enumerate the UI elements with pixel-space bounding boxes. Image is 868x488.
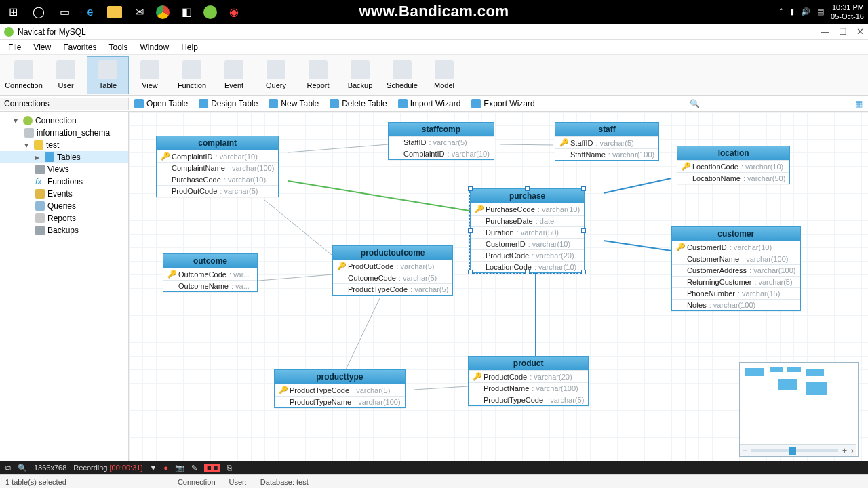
- entity-complaint[interactable]: complaint🔑ComplaintID : varchar(10)Compl…: [156, 136, 279, 197]
- subtoolbar-delete-table[interactable]: Delete Table: [324, 98, 393, 110]
- rec-pencil-icon[interactable]: ✎: [191, 464, 197, 472]
- toolbar-connection[interactable]: Connection: [3, 56, 45, 94]
- field-row[interactable]: PurchaseDate : date: [471, 215, 584, 226]
- entity-staffcomp[interactable]: staffcompStaffID : varchar(5)ComplaintID…: [388, 122, 494, 160]
- tree-test-db[interactable]: ▾test: [0, 139, 128, 151]
- tree-events[interactable]: Events: [0, 188, 128, 200]
- zoom-scroll-icon[interactable]: ›: [851, 446, 854, 455]
- field-row[interactable]: CustomerID : varchar(10): [471, 238, 584, 249]
- menu-file[interactable]: File: [3, 41, 26, 54]
- resize-handle[interactable]: [468, 270, 473, 274]
- field-row[interactable]: StaffName : varchar(100): [555, 148, 658, 160]
- field-row[interactable]: ComplaintName : varchar(100): [157, 162, 278, 174]
- field-row[interactable]: ProductTypeCode : varchar(5): [333, 283, 452, 295]
- toolbar-view[interactable]: View: [129, 56, 171, 94]
- zoom-out-button[interactable]: −: [743, 446, 747, 455]
- search-icon[interactable]: 🔍: [684, 98, 705, 110]
- subtoolbar-new-table[interactable]: New Table: [263, 98, 324, 110]
- tree-backups[interactable]: Backups: [0, 224, 128, 237]
- field-row[interactable]: OutcomeName : va...: [163, 280, 257, 291]
- system-tray[interactable]: ˄ ▮ 🔊 ▤ 10:31 PM 05-Oct-16: [779, 3, 864, 20]
- field-row[interactable]: 🔑ProductTypeCode : varchar(5): [275, 384, 405, 396]
- field-row[interactable]: ComplaintID : varchar(10): [389, 148, 494, 159]
- entity-producttype[interactable]: producttype🔑ProductTypeCode : varchar(5)…: [274, 369, 406, 408]
- entity-purchase[interactable]: purchase🔑PurchaseCode : varchar(10)Purch…: [470, 188, 585, 273]
- cortana-icon[interactable]: ◯: [30, 3, 47, 21]
- toolbar-event[interactable]: Event: [213, 56, 255, 94]
- field-row[interactable]: ProductName : varchar(100): [469, 382, 588, 394]
- edge-icon[interactable]: e: [81, 3, 99, 21]
- resize-handle[interactable]: [525, 186, 530, 191]
- entity-product[interactable]: product🔑ProductCode : varchar(20)Product…: [468, 356, 589, 406]
- app-icon[interactable]: ✉: [130, 3, 148, 21]
- field-row[interactable]: 🔑CustomerID : varchar(10): [672, 241, 800, 253]
- tree-functions[interactable]: fxFunctions: [0, 176, 128, 188]
- explorer-icon[interactable]: [107, 6, 122, 18]
- tree-views[interactable]: Views: [0, 163, 128, 176]
- tree-reports[interactable]: Reports: [0, 212, 128, 224]
- menu-favorites[interactable]: Favorites: [58, 41, 102, 54]
- field-row[interactable]: 🔑ProductCode : varchar(20): [469, 370, 588, 382]
- field-row[interactable]: 🔑PurchaseCode : varchar(10): [471, 203, 584, 215]
- view-toggle-icon[interactable]: ▦: [850, 98, 868, 110]
- toolbar-schedule[interactable]: Schedule: [381, 56, 423, 94]
- rec-overlay-icon[interactable]: ⎘: [227, 464, 232, 472]
- rec-stop-button[interactable]: ■ ■: [204, 464, 220, 472]
- menu-view[interactable]: View: [28, 41, 56, 54]
- entity-customer[interactable]: customer🔑CustomerID : varchar(10)Custome…: [671, 226, 801, 311]
- toolbar-backup[interactable]: Backup: [339, 56, 381, 94]
- volume-icon[interactable]: 🔊: [801, 7, 810, 16]
- zoom-bar[interactable]: − + ›: [740, 444, 856, 456]
- minimap[interactable]: − + ›: [739, 362, 859, 457]
- tree-connection[interactable]: ▾Connection: [0, 115, 128, 127]
- field-row[interactable]: 🔑StaffID : varchar(5): [555, 136, 658, 148]
- clock[interactable]: 10:31 PM 05-Oct-16: [831, 3, 864, 20]
- rec-capture-icon[interactable]: ⧉: [5, 464, 11, 472]
- field-row[interactable]: PhoneNumber : varchar(15): [672, 287, 800, 299]
- resize-handle[interactable]: [581, 270, 586, 274]
- tree-information-schema[interactable]: information_schema: [0, 127, 128, 139]
- field-row[interactable]: Notes : varchar(100): [672, 299, 800, 310]
- field-row[interactable]: OutcomeCode : varchar(5): [333, 272, 452, 283]
- menu-tools[interactable]: Tools: [104, 41, 134, 54]
- subtoolbar-design-table[interactable]: Design Table: [193, 98, 263, 110]
- rec-dropdown-icon[interactable]: ▼: [149, 464, 157, 472]
- toolbar-user[interactable]: User: [45, 56, 87, 94]
- start-icon[interactable]: ⊞: [4, 3, 22, 21]
- notifications-icon[interactable]: ▤: [817, 7, 824, 16]
- field-row[interactable]: CustomerAddress : varchar(100): [672, 264, 800, 276]
- entity-outcome[interactable]: outcome🔑OutcomeCode : var...OutcomeName …: [163, 253, 258, 292]
- resize-handle[interactable]: [468, 228, 473, 233]
- close-button[interactable]: ✕: [856, 26, 864, 37]
- field-row[interactable]: 🔑OutcomeCode : var...: [163, 268, 257, 280]
- rec-camera-icon[interactable]: 📷: [175, 464, 184, 472]
- toolbar-report[interactable]: Report: [297, 56, 339, 94]
- field-row[interactable]: StaffID : varchar(5): [389, 136, 494, 148]
- field-row[interactable]: CustomerName : varchar(100): [672, 253, 800, 264]
- tree-tables[interactable]: ▸Tables: [0, 151, 128, 163]
- field-row[interactable]: ProductTypeCode : varchar(5): [469, 394, 588, 405]
- entity-location[interactable]: location🔑LocationCode : varchar(10)Locat…: [677, 146, 790, 184]
- field-row[interactable]: 🔑ProdOutCode : varchar(5): [333, 260, 452, 272]
- rec-record-button[interactable]: ●: [163, 464, 168, 472]
- resize-handle[interactable]: [581, 228, 586, 233]
- chrome-icon[interactable]: [156, 5, 170, 19]
- field-row[interactable]: 🔑LocationCode : varchar(10): [677, 160, 789, 172]
- navicat-icon[interactable]: [203, 5, 217, 19]
- taskview-icon[interactable]: ▭: [56, 3, 73, 21]
- resize-handle[interactable]: [525, 270, 530, 274]
- field-row[interactable]: ProductTypeName : varchar(100): [275, 396, 405, 407]
- bandicam-icon[interactable]: ◉: [225, 3, 243, 21]
- rec-search-icon[interactable]: 🔍: [18, 464, 27, 472]
- subtoolbar-import-wizard[interactable]: Import Wizard: [393, 98, 467, 110]
- field-row[interactable]: ReturningCustomer : varchar(5): [672, 276, 800, 287]
- subtoolbar-export-wizard[interactable]: Export Wizard: [466, 98, 540, 110]
- zoom-in-button[interactable]: +: [842, 446, 847, 455]
- entity-productoutcome[interactable]: productoutcome🔑ProdOutCode : varchar(5)O…: [332, 245, 453, 296]
- field-row[interactable]: Duration : varchar(50): [471, 226, 584, 238]
- battery-icon[interactable]: ▮: [790, 7, 794, 16]
- menu-window[interactable]: Window: [135, 41, 175, 54]
- minimize-button[interactable]: —: [821, 26, 829, 37]
- tray-chevron-icon[interactable]: ˄: [779, 7, 783, 16]
- resize-handle[interactable]: [468, 186, 473, 191]
